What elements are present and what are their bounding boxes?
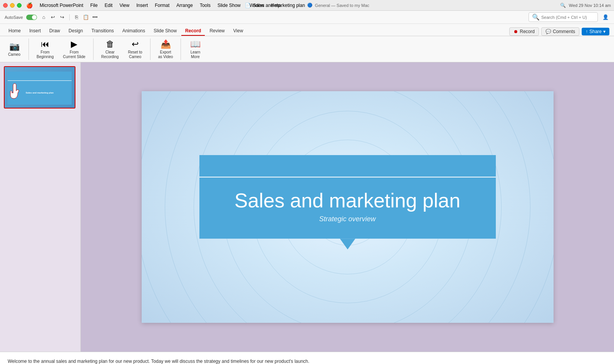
menu-view[interactable]: View: [116, 2, 132, 9]
traffic-lights: [3, 3, 22, 8]
slide-title: Sales and marketing plan: [215, 189, 480, 212]
title-bar-right: 🔍 Wed 29 Nov 10:14 am: [560, 3, 611, 8]
title-bar-center: 📄 Sales and marketing plan 🔵 General — S…: [245, 3, 370, 8]
reset-icon: ↩: [132, 39, 139, 49]
from-beginning-label: FromBeginning: [37, 50, 54, 59]
ribbon-separator-2: [93, 38, 94, 60]
tab-home[interactable]: Home: [5, 27, 25, 36]
ribbon-group-learn[interactable]: 📖 LearnMore: [186, 38, 205, 61]
tab-view[interactable]: View: [229, 27, 247, 36]
home-icon[interactable]: ⌂: [40, 13, 48, 21]
ribbon-group-from-beginning[interactable]: ⏮ FromBeginning: [33, 38, 57, 61]
slide-thumbnail[interactable]: Sales and marketing plan: [4, 66, 75, 109]
record-dot-icon: ⏺: [514, 29, 518, 34]
slide-content-container: Sales and marketing plan Strategic overv…: [199, 155, 496, 249]
record-button[interactable]: ⏺ Record: [509, 27, 539, 36]
ribbon-group-reset[interactable]: ↩ Reset toCameo: [125, 38, 145, 61]
title-bar: 🍎 Microsoft PowerPoint File Edit View In…: [0, 0, 614, 11]
autosave-label: AutoSave: [5, 15, 23, 20]
from-beginning-icon: ⏮: [41, 39, 49, 49]
comments-icon: 💬: [545, 29, 551, 34]
export-icon: 📤: [161, 39, 171, 49]
clear-label: ClearRecording: [101, 50, 119, 59]
paste-icon[interactable]: 📋: [82, 13, 90, 21]
toolbar-separator: [69, 14, 70, 20]
autosave-toggle[interactable]: [26, 15, 37, 20]
from-current-icon: ▶: [71, 39, 77, 49]
ribbon-separator-3: [150, 38, 151, 60]
slide-canvas[interactable]: Sales and marketing plan Strategic overv…: [142, 91, 554, 323]
slide-subtitle: Strategic overview: [215, 215, 480, 223]
tab-animations[interactable]: Animations: [119, 27, 149, 36]
ribbon-separator-4: [181, 38, 181, 60]
ribbon-separator-1: [28, 38, 29, 60]
notes-text: Welcome to the annual sales and marketin…: [8, 359, 310, 364]
autosave-right: 🔍 👤: [529, 12, 609, 22]
search-magnifier-icon: 🔍: [532, 13, 540, 21]
clear-icon: 🗑: [106, 39, 114, 49]
menu-insert[interactable]: Insert: [133, 2, 151, 9]
document-status: General — Saved to my Mac: [315, 3, 369, 8]
cameo-icon: 📷: [9, 42, 20, 52]
slide-background: Sales and marketing plan Strategic overv…: [142, 91, 554, 323]
copy-icon[interactable]: ⎘: [73, 13, 80, 21]
bubble-top-stripe: [199, 155, 496, 177]
apple-icon: 🍎: [26, 2, 33, 8]
ribbon-group-clear[interactable]: 🗑 ClearRecording: [98, 38, 122, 61]
slide-panel: 1 Sales and marketing plan: [0, 62, 81, 352]
menu-format[interactable]: Format: [152, 2, 172, 9]
ribbon-tabs: Home Insert Draw Design Transitions Anim…: [0, 24, 614, 36]
tab-design[interactable]: Design: [65, 27, 87, 36]
ribbon-tab-right: ⏺ Record 💬 Comments ↑ Share ▾: [509, 27, 609, 36]
menu-file[interactable]: File: [87, 2, 100, 9]
menu-tools[interactable]: Tools: [197, 2, 214, 9]
clock-icon: Wed 29 Nov 10:14 am: [569, 3, 611, 8]
comments-button[interactable]: 💬 Comments: [541, 27, 579, 36]
bubble-tail: [340, 239, 355, 249]
tab-review[interactable]: Review: [206, 27, 228, 36]
share-button[interactable]: ↑ Share ▾: [582, 28, 609, 35]
tab-transitions[interactable]: Transitions: [87, 27, 117, 36]
canvas-area[interactable]: Sales and marketing plan Strategic overv…: [81, 62, 614, 352]
notes-bar: Welcome to the annual sales and marketin…: [0, 352, 614, 364]
share-chevron-icon: ▾: [603, 29, 606, 34]
fullscreen-button[interactable]: [17, 3, 22, 8]
ribbon-group-cameo[interactable]: 📷 Cameo: [5, 40, 24, 58]
cameo-label: Cameo: [8, 52, 20, 57]
minimize-button[interactable]: [10, 3, 15, 8]
menu-app[interactable]: Microsoft PowerPoint: [37, 2, 86, 9]
ribbon-group-from-current[interactable]: ▶ FromCurrent Slide: [60, 38, 88, 61]
share-icon: ↑: [586, 29, 588, 34]
tab-slideshow[interactable]: Slide Show: [150, 27, 181, 36]
close-button[interactable]: [3, 3, 8, 8]
main-area: 1 Sales and marketing plan: [0, 62, 614, 352]
undo-icon[interactable]: ↩: [49, 13, 57, 21]
export-label: Exportas Video: [158, 50, 173, 59]
menu-edit[interactable]: Edit: [102, 2, 116, 9]
tab-draw[interactable]: Draw: [45, 27, 64, 36]
reset-label: Reset toCameo: [128, 50, 142, 59]
ribbon-group-export[interactable]: 📤 Exportas Video: [155, 38, 176, 61]
redo-icon[interactable]: ↪: [59, 13, 66, 21]
menu-slideshow[interactable]: Slide Show: [214, 2, 244, 9]
thumb-title: Sales and marketing plan: [26, 92, 54, 94]
learn-label: LearnMore: [191, 50, 201, 59]
tab-record[interactable]: Record: [181, 27, 205, 36]
search-icon[interactable]: 🔍: [560, 3, 566, 8]
toolbar-icons: ⌂ ↩ ↪ ⎘ 📋 •••: [40, 13, 99, 21]
more-icon[interactable]: •••: [91, 13, 99, 21]
tab-insert[interactable]: Insert: [25, 27, 45, 36]
from-current-label: FromCurrent Slide: [63, 50, 85, 59]
speech-bubble: Sales and marketing plan Strategic overv…: [199, 155, 496, 239]
search-input[interactable]: [541, 15, 594, 20]
autosave-bar: AutoSave ⌂ ↩ ↪ ⎘ 📋 ••• 🔍 👤: [0, 11, 614, 24]
ribbon-commands: 📷 Cameo ⏮ FromBeginning ▶ FromCurrent Sl…: [0, 36, 614, 62]
bubble-body: Sales and marketing plan Strategic overv…: [199, 177, 496, 239]
menu-arrange[interactable]: Arrange: [173, 2, 196, 9]
document-title: Sales and marketing plan: [253, 3, 305, 8]
profile-icon[interactable]: 👤: [602, 13, 609, 21]
learn-icon: 📖: [190, 39, 201, 49]
slide-thumbnail-container: 1 Sales and marketing plan: [4, 66, 77, 109]
search-bar[interactable]: 🔍: [529, 12, 598, 22]
